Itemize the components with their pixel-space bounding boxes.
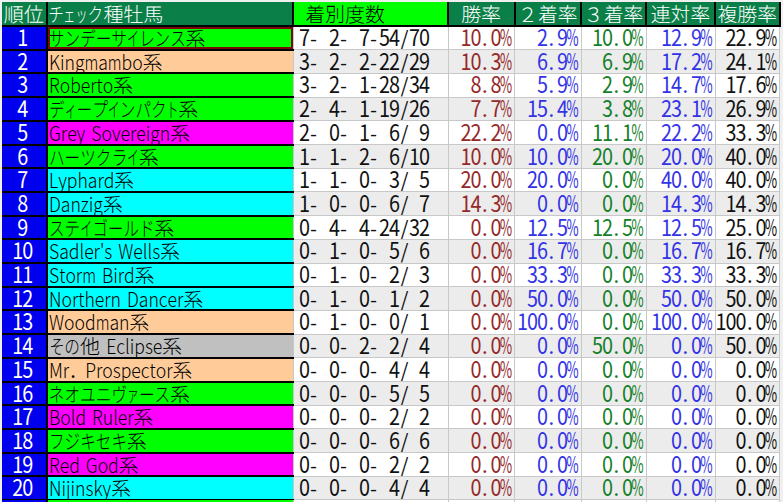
sire-name-cell[interactable]: ネオユニヴァース系 xyxy=(47,382,293,406)
quinella-rate-cell[interactable]: 100.0% xyxy=(646,310,715,334)
third-rate-cell[interactable]: 2.9% xyxy=(581,73,646,97)
third-rate-cell[interactable]: 0.0% xyxy=(581,239,646,263)
second-rate-cell[interactable]: 10.0% xyxy=(515,145,582,169)
second-rate-cell[interactable]: 0.0% xyxy=(515,121,582,145)
win-rate-cell[interactable]: 0.0% xyxy=(448,310,515,334)
third-rate-cell[interactable]: 0.0% xyxy=(581,192,646,216)
win-rate-cell[interactable]: 10.0% xyxy=(448,26,515,50)
record-cell[interactable]: 7- 2- 7-54/70 xyxy=(293,26,448,50)
sire-name-cell[interactable]: Danzig系 xyxy=(47,192,293,216)
quinella-rate-cell[interactable]: 17.2% xyxy=(646,50,715,74)
quinella-rate-cell[interactable]: 0.0% xyxy=(646,405,715,429)
header-second-rate[interactable]: ２着率 xyxy=(515,2,582,26)
third-rate-cell[interactable]: 0.0% xyxy=(581,382,646,406)
second-rate-cell[interactable]: 0.0% xyxy=(515,405,582,429)
second-rate-cell[interactable]: 0.0% xyxy=(515,453,582,477)
win-rate-cell[interactable]: 7.7% xyxy=(448,97,515,121)
win-rate-cell[interactable]: 0.0% xyxy=(448,263,515,287)
second-rate-cell[interactable]: 6.9% xyxy=(515,50,582,74)
sire-name-cell[interactable]: ステイゴールド系 xyxy=(47,216,293,240)
second-rate-cell[interactable]: 33.3% xyxy=(515,263,582,287)
win-rate-cell[interactable]: 0.0% xyxy=(448,287,515,311)
win-rate-cell[interactable]: 22.2% xyxy=(448,121,515,145)
record-cell[interactable]: 0- 1- 0- 0/ 1 xyxy=(293,310,448,334)
sire-name-cell[interactable]: Roberto系 xyxy=(47,73,293,97)
win-rate-cell[interactable]: 0.0% xyxy=(448,358,515,382)
second-rate-cell[interactable]: 100.0% xyxy=(515,310,582,334)
second-rate-cell[interactable]: 5.9% xyxy=(515,73,582,97)
sire-name-cell[interactable]: Nijinsky系 xyxy=(47,476,293,499)
rank-cell[interactable]: 15 xyxy=(2,358,48,382)
second-rate-cell[interactable]: 0.0% xyxy=(515,334,582,358)
record-cell[interactable]: 3- 2- 2-22/29 xyxy=(293,50,448,74)
quinella-rate-cell[interactable]: 14.3% xyxy=(646,192,715,216)
quinella-rate-cell[interactable]: 0.0% xyxy=(646,453,715,477)
show-rate-cell[interactable]: 0.0% xyxy=(715,453,780,477)
third-rate-cell[interactable]: 0.0% xyxy=(581,168,646,192)
record-cell[interactable]: 0- 0- 2- 2/ 4 xyxy=(293,334,448,358)
show-rate-cell[interactable]: 100.0% xyxy=(715,310,780,334)
record-cell[interactable]: 0- 0- 0- 2/ 2 xyxy=(293,453,448,477)
show-rate-cell[interactable]: 50.0% xyxy=(715,287,780,311)
record-cell[interactable]: 0- 0- 0- 6/ 6 xyxy=(293,429,448,453)
sire-name-cell[interactable]: フジキセキ系 xyxy=(47,429,293,453)
header-sire[interactable]: チェック種牡馬 xyxy=(47,2,293,26)
show-rate-cell[interactable]: 17.6% xyxy=(715,73,780,97)
show-rate-cell[interactable]: 0.0% xyxy=(715,405,780,429)
win-rate-cell[interactable]: 20.0% xyxy=(448,168,515,192)
quinella-rate-cell[interactable]: 16.7% xyxy=(646,239,715,263)
win-rate-cell[interactable]: 10.3% xyxy=(448,50,515,74)
second-rate-cell[interactable]: 0.0% xyxy=(515,476,582,499)
show-rate-cell[interactable]: 50.0% xyxy=(715,334,780,358)
rank-cell[interactable]: 11 xyxy=(2,263,48,287)
record-cell[interactable]: 0- 1- 0- 5/ 6 xyxy=(293,239,448,263)
record-cell[interactable]: 0- 0- 0- 5/ 5 xyxy=(293,382,448,406)
show-rate-cell[interactable]: 0.0% xyxy=(715,476,780,499)
record-cell[interactable]: 1- 1- 2- 6/10 xyxy=(293,145,448,169)
sire-name-cell[interactable]: サンデーサイレンス系 xyxy=(47,26,293,50)
rank-cell[interactable]: 19 xyxy=(2,453,48,477)
second-rate-cell[interactable]: 0.0% xyxy=(515,382,582,406)
win-rate-cell[interactable]: 0.0% xyxy=(448,334,515,358)
rank-cell[interactable]: 1 xyxy=(2,26,48,50)
show-rate-cell[interactable]: 22.9% xyxy=(715,26,780,50)
second-rate-cell[interactable]: 20.0% xyxy=(515,168,582,192)
win-rate-cell[interactable]: 0.0% xyxy=(448,476,515,499)
sire-name-cell[interactable]: Sadler's Wells系 xyxy=(47,239,293,263)
win-rate-cell[interactable]: 0.0% xyxy=(448,429,515,453)
header-third-rate[interactable]: ３着率 xyxy=(581,2,646,26)
header-quinella-rate[interactable]: 連対率 xyxy=(646,2,715,26)
third-rate-cell[interactable]: 50.0% xyxy=(581,334,646,358)
rank-cell[interactable]: 12 xyxy=(2,287,48,311)
third-rate-cell[interactable]: 0.0% xyxy=(581,453,646,477)
sire-name-cell[interactable]: Storm Bird系 xyxy=(47,263,293,287)
third-rate-cell[interactable]: 0.0% xyxy=(581,310,646,334)
rank-cell[interactable]: 5 xyxy=(2,121,48,145)
record-cell[interactable]: 0- 1- 0- 1/ 2 xyxy=(293,287,448,311)
third-rate-cell[interactable]: 0.0% xyxy=(581,287,646,311)
rank-cell[interactable]: 17 xyxy=(2,405,48,429)
rank-cell[interactable]: 14 xyxy=(2,334,48,358)
show-rate-cell[interactable]: 14.3% xyxy=(715,192,780,216)
show-rate-cell[interactable]: 33.3% xyxy=(715,263,780,287)
quinella-rate-cell[interactable]: 12.9% xyxy=(646,26,715,50)
sire-name-cell[interactable]: Woodman系 xyxy=(47,310,293,334)
quinella-rate-cell[interactable]: 20.0% xyxy=(646,145,715,169)
show-rate-cell[interactable]: 40.0% xyxy=(715,145,780,169)
win-rate-cell[interactable]: 0.0% xyxy=(448,453,515,477)
quinella-rate-cell[interactable]: 50.0% xyxy=(646,287,715,311)
show-rate-cell[interactable]: 24.1% xyxy=(715,50,780,74)
quinella-rate-cell[interactable]: 0.0% xyxy=(646,334,715,358)
show-rate-cell[interactable]: 26.9% xyxy=(715,97,780,121)
win-rate-cell[interactable]: 10.0% xyxy=(448,145,515,169)
show-rate-cell[interactable]: 0.0% xyxy=(715,358,780,382)
show-rate-cell[interactable]: 33.3% xyxy=(715,121,780,145)
second-rate-cell[interactable]: 0.0% xyxy=(515,429,582,453)
record-cell[interactable]: 0- 0- 0- 2/ 2 xyxy=(293,405,448,429)
rank-cell[interactable]: 13 xyxy=(2,310,48,334)
sire-name-cell[interactable]: Red God系 xyxy=(47,453,293,477)
third-rate-cell[interactable]: 6.9% xyxy=(581,50,646,74)
quinella-rate-cell[interactable]: 0.0% xyxy=(646,429,715,453)
second-rate-cell[interactable]: 15.4% xyxy=(515,97,582,121)
header-win-rate[interactable]: 勝率 xyxy=(448,2,515,26)
